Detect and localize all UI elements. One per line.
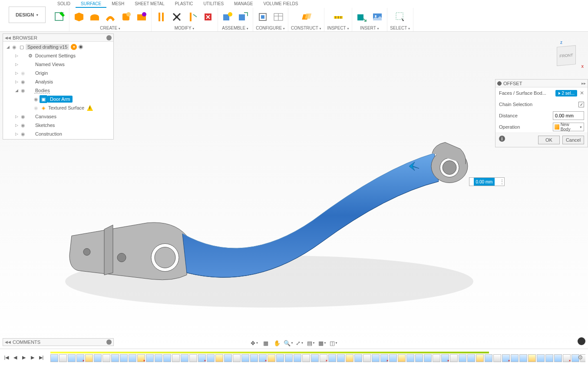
tab-plastic[interactable]: PLASTIC xyxy=(170,0,198,8)
tree-item-named-views[interactable]: ▷ Named Views xyxy=(3,60,113,69)
timeline-feature[interactable] xyxy=(519,354,527,362)
timeline-feature[interactable] xyxy=(129,354,136,362)
timeline-feature[interactable] xyxy=(467,354,475,362)
timeline-feature[interactable] xyxy=(389,354,397,362)
visibility-eye-icon[interactable]: ◉ xyxy=(33,96,40,102)
distance-float-input[interactable]: ⋮ xyxy=(469,177,505,186)
tree-item-canvases[interactable]: ▷ ◉ Canvases xyxy=(3,112,113,121)
timeline-feature[interactable] xyxy=(172,354,180,362)
timeline-feature[interactable] xyxy=(459,354,466,362)
timeline-feature[interactable] xyxy=(250,354,258,362)
timeline-play-icon[interactable]: ▶ xyxy=(20,354,28,362)
pan-icon[interactable]: ✋ xyxy=(273,339,281,347)
expand-arrow-icon[interactable]: ◢ xyxy=(13,88,20,93)
fit-icon[interactable]: ⤢ xyxy=(296,339,304,347)
timeline-settings-icon[interactable]: ⚙ xyxy=(578,354,585,362)
create-dropdown[interactable]: CREATE xyxy=(100,26,120,31)
timeline-feature[interactable] xyxy=(476,354,484,362)
timeline-feature[interactable] xyxy=(511,354,519,362)
timeline-feature[interactable]: × xyxy=(76,354,84,362)
visibility-eye-icon[interactable]: ◉ xyxy=(20,88,26,93)
timeline-feature[interactable]: × xyxy=(380,354,388,362)
timeline-feature[interactable] xyxy=(111,354,119,362)
radio-active-icon[interactable] xyxy=(79,45,83,49)
timeline-feature[interactable] xyxy=(233,354,241,362)
timeline-feature[interactable] xyxy=(85,354,93,362)
timeline-feature[interactable] xyxy=(433,354,440,362)
tree-item-analysis[interactable]: ▷ ◉ Analysis xyxy=(3,77,113,86)
construct-plane-icon[interactable] xyxy=(299,10,313,24)
timeline-feature[interactable] xyxy=(120,354,128,362)
timeline-feature[interactable]: × xyxy=(502,354,510,362)
viewcube-face[interactable]: FRONT xyxy=(557,45,576,66)
tree-item-document-settings[interactable]: ▷ ⚙ Document Settings xyxy=(3,51,113,60)
timeline-feature[interactable] xyxy=(59,354,67,362)
configure-dropdown[interactable]: CONFIGURE xyxy=(256,26,285,31)
timeline-feature[interactable] xyxy=(354,354,362,362)
timeline-start-icon[interactable]: |◀ xyxy=(3,354,10,362)
chain-selection-checkbox[interactable] xyxy=(578,102,584,107)
expand-arrow-icon[interactable]: ▷ xyxy=(13,71,20,75)
revolve-icon[interactable] xyxy=(88,10,102,24)
timeline-feature[interactable]: × xyxy=(259,354,267,362)
zoom-icon[interactable]: 🔍 xyxy=(284,339,292,347)
tree-item-construction[interactable]: ▷ ◉ Construction xyxy=(3,130,113,138)
sweep-icon[interactable] xyxy=(103,10,117,24)
timeline-feature[interactable] xyxy=(363,354,371,362)
tab-solid[interactable]: SOLID xyxy=(52,0,76,8)
clear-selection-icon[interactable]: ✕ xyxy=(580,90,584,96)
selection-badge[interactable]: 2 sel... xyxy=(555,90,577,96)
select-icon[interactable] xyxy=(393,10,407,24)
timeline-feature[interactable] xyxy=(50,354,58,362)
extrude-icon[interactable] xyxy=(72,10,86,24)
tree-item-textured-surface[interactable]: ◉ ◈ Textured Surface xyxy=(3,103,113,112)
timeline-feature[interactable] xyxy=(372,354,380,362)
display-settings-icon[interactable]: ▤ xyxy=(307,339,315,347)
insert-image-icon[interactable] xyxy=(370,10,384,24)
browser-collapse-icon[interactable]: ◀◀ xyxy=(5,36,11,40)
timeline-prev-icon[interactable]: ◀ xyxy=(11,354,19,362)
expand-arrow-icon[interactable]: ▷ xyxy=(13,114,20,119)
visibility-eye-icon[interactable]: ◉ xyxy=(20,131,26,137)
tree-item-sketches[interactable]: ▷ ◉ Sketches xyxy=(3,121,113,130)
visibility-eye-icon[interactable]: ◉ xyxy=(20,79,26,85)
ok-button[interactable]: OK xyxy=(538,136,560,144)
insert-derive-icon[interactable] xyxy=(355,10,369,24)
select-dropdown[interactable]: SELECT xyxy=(390,26,410,31)
timeline-feature[interactable] xyxy=(207,354,215,362)
modify-dropdown[interactable]: MODIFY xyxy=(175,26,195,31)
visibility-eye-icon[interactable]: ◉ xyxy=(20,114,26,120)
expand-arrow-icon[interactable]: ▷ xyxy=(13,80,20,84)
timeline-feature[interactable] xyxy=(398,354,406,362)
timeline-feature[interactable] xyxy=(346,354,353,362)
timeline-feature[interactable]: × xyxy=(137,354,145,362)
orbit-icon[interactable]: ✥ xyxy=(251,339,258,347)
tree-item-bodies[interactable]: ◢ ◉ Bodies xyxy=(3,86,113,95)
timeline-feature[interactable] xyxy=(285,354,293,362)
assemble-dropdown[interactable]: ASSEMBLE xyxy=(222,26,249,31)
timeline-feature[interactable] xyxy=(163,354,171,362)
timeline-feature[interactable] xyxy=(406,354,414,362)
grid-settings-icon[interactable]: ▦ xyxy=(318,339,326,347)
timeline-feature[interactable] xyxy=(493,354,501,362)
visibility-eye-icon[interactable]: ◉ xyxy=(11,44,18,50)
timeline-feature[interactable]: × xyxy=(198,354,206,362)
pin-icon[interactable]: ▸▸ xyxy=(581,81,586,86)
look-at-icon[interactable]: ▦ xyxy=(262,339,270,347)
tree-root[interactable]: ◢ ◉ ▢ Speed drafting v15 ● xyxy=(3,43,113,51)
viewport-layout-icon[interactable]: ◫ xyxy=(330,339,337,347)
timeline-feature[interactable] xyxy=(554,354,562,362)
tree-item-door-arm[interactable]: ◉ ▣ Door Arm xyxy=(3,95,113,103)
joint-icon[interactable] xyxy=(236,10,250,24)
distance-float-field[interactable] xyxy=(474,178,495,186)
offset-dialog-header[interactable]: OFFSET ▸▸ xyxy=(496,80,588,87)
timeline-next-icon[interactable]: ▶ xyxy=(29,354,36,362)
comments-close-icon[interactable] xyxy=(106,339,112,345)
tab-utilities[interactable]: UTILITIES xyxy=(198,0,229,8)
expand-arrow-icon[interactable]: ▷ xyxy=(13,132,20,136)
timeline-feature[interactable] xyxy=(537,354,545,362)
timeline-track[interactable]: ××××××××× xyxy=(50,351,585,365)
timeline-feature[interactable] xyxy=(415,354,423,362)
timeline-feature[interactable] xyxy=(294,354,301,362)
comments-panel[interactable]: ◀◀ COMMENTS xyxy=(3,338,114,346)
